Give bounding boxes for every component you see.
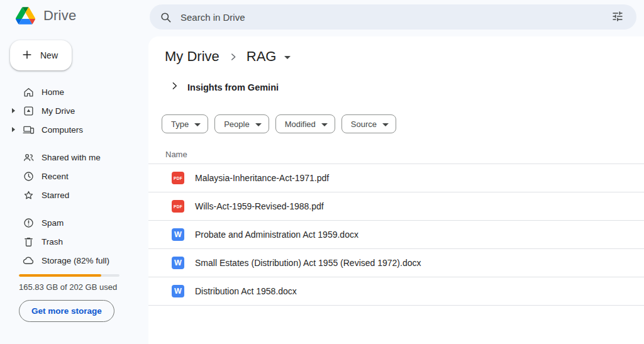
pdf-file-icon: PDF xyxy=(172,172,184,184)
storage-progress xyxy=(19,274,119,277)
filter-chip-modified[interactable]: Modified xyxy=(275,114,335,133)
filter-chip-type[interactable]: Type xyxy=(162,114,208,133)
word-file-icon: W xyxy=(172,228,184,241)
chevron-down-icon xyxy=(321,123,328,126)
file-row[interactable]: W Probate and Administration Act 1959.do… xyxy=(148,221,644,249)
spam-icon xyxy=(23,217,35,229)
search-input[interactable] xyxy=(172,12,609,23)
recent-icon xyxy=(23,170,35,182)
breadcrumb-current[interactable]: RAG xyxy=(244,47,279,66)
word-file-icon: W xyxy=(172,285,184,297)
file-row[interactable]: W Small Estates (Distribution) Act 1955 … xyxy=(148,249,644,277)
breadcrumb-dropdown-caret-icon[interactable] xyxy=(284,56,291,59)
chevron-down-icon xyxy=(194,123,201,126)
search-options-button[interactable] xyxy=(609,8,626,27)
sidebar-item-spam[interactable]: Spam xyxy=(0,213,148,232)
sidebar-item-home[interactable]: Home xyxy=(0,82,148,101)
sidebar-item-shared-with-me[interactable]: Shared with me xyxy=(0,148,148,167)
sidebar-item-computers[interactable]: Computers xyxy=(0,120,148,139)
star-icon xyxy=(23,189,35,201)
breadcrumb-chevron-icon xyxy=(228,52,238,62)
filter-chip-source[interactable]: Source xyxy=(341,114,396,133)
insights-label: Insights from Gemini xyxy=(187,82,279,92)
file-row[interactable]: W Distribution Act 1958.docx xyxy=(148,277,644,306)
insights-toggle[interactable]: Insights from Gemini xyxy=(170,81,279,93)
computers-icon xyxy=(23,124,35,136)
new-button-label: New xyxy=(40,50,58,60)
shared-with-me-icon xyxy=(23,152,35,164)
sidebar-item-my-drive[interactable]: My Drive xyxy=(0,101,148,120)
expand-caret-icon[interactable] xyxy=(12,108,15,113)
sidebar-item-trash[interactable]: Trash xyxy=(0,232,148,251)
expand-caret-icon[interactable] xyxy=(12,127,15,132)
trash-icon xyxy=(23,236,35,248)
storage-usage-text: 165.83 GB of 202 GB used xyxy=(19,282,117,292)
sidebar-item-storage[interactable]: Storage (82% full) xyxy=(0,251,148,270)
plus-icon xyxy=(21,48,33,63)
google-drive-window: Drive New H xyxy=(0,0,644,344)
sidebar-nav: Home My Drive Computers Shared with me xyxy=(0,82,148,270)
search-bar[interactable] xyxy=(150,4,636,30)
filter-bar: Type People Modified Source xyxy=(162,114,396,133)
chevron-down-icon xyxy=(382,123,389,126)
file-row[interactable]: PDF Malaysia-Inheritance-Act-1971.pdf xyxy=(148,164,644,192)
sidebar-item-recent[interactable]: Recent xyxy=(0,167,148,186)
storage-progress-fill xyxy=(19,274,101,277)
sidebar-item-starred[interactable]: Starred xyxy=(0,186,148,204)
file-name: Probate and Administration Act 1959.docx xyxy=(195,230,358,240)
file-name: Malaysia-Inheritance-Act-1971.pdf xyxy=(195,173,329,183)
app-title: Drive xyxy=(43,8,76,24)
pdf-file-icon: PDF xyxy=(172,200,184,213)
file-name: Small Estates (Distribution) Act 1955 (R… xyxy=(195,258,421,268)
list-header-name[interactable]: Name xyxy=(148,145,644,164)
breadcrumb: My Drive RAG xyxy=(162,47,291,66)
file-name: Distribution Act 1958.docx xyxy=(195,286,297,296)
chevron-down-icon xyxy=(255,123,262,126)
file-name: Wills-Act-1959-Revised-1988.pdf xyxy=(195,201,324,211)
main-panel: My Drive RAG Insights from Gemini Type P… xyxy=(148,36,644,344)
new-button[interactable]: New xyxy=(10,40,72,70)
breadcrumb-parent[interactable]: My Drive xyxy=(162,47,222,66)
tune-icon xyxy=(611,10,624,25)
drive-logo-icon xyxy=(16,7,35,25)
home-icon xyxy=(23,86,35,98)
search-icon xyxy=(160,11,172,23)
file-row[interactable]: PDF Wills-Act-1959-Revised-1988.pdf xyxy=(148,192,644,221)
file-list: Name PDF Malaysia-Inheritance-Act-1971.p… xyxy=(148,145,644,306)
word-file-icon: W xyxy=(172,257,184,269)
filter-chip-people[interactable]: People xyxy=(214,114,269,133)
app-logo: Drive xyxy=(16,7,76,25)
my-drive-icon xyxy=(23,105,35,117)
get-more-storage-button[interactable]: Get more storage xyxy=(19,300,114,322)
cloud-icon xyxy=(23,255,35,267)
chevron-right-icon xyxy=(170,81,179,93)
